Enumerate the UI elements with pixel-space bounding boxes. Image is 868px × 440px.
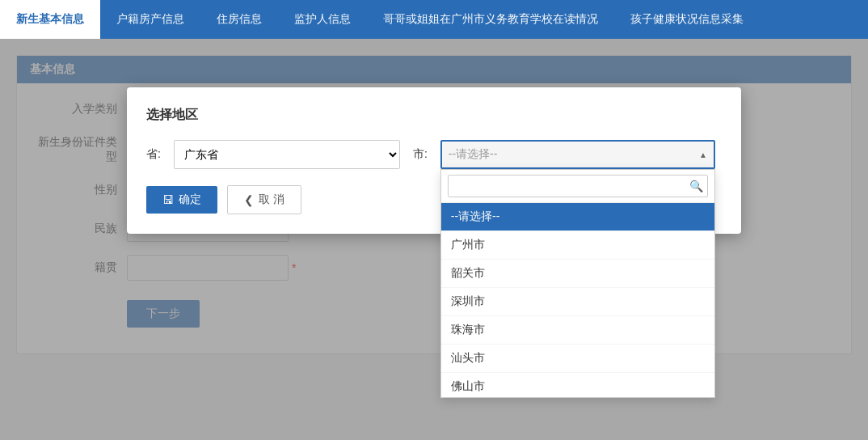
cancel-label: 取 消 <box>259 192 284 207</box>
city-dropdown-wrapper: --请选择-- 🔍 --请选择--广州市韶关市深圳市珠海市汕头市佛山市江门 <box>440 140 715 169</box>
tab-basic-info[interactable]: 新生基本信息 <box>0 0 100 39</box>
city-select-trigger[interactable]: --请选择-- <box>440 140 715 169</box>
city-search-input[interactable] <box>448 175 708 197</box>
city-label: 市: <box>413 147 428 162</box>
city-option[interactable]: 广州市 <box>441 231 714 260</box>
top-nav: 新生基本信息 户籍房产信息 住房信息 监护人信息 哥哥或姐姐在广州市义务教育学校… <box>0 0 868 39</box>
tab-housing[interactable]: 住房信息 <box>200 0 278 39</box>
city-dropdown-panel: 🔍 --请选择--广州市韶关市深圳市珠海市汕头市佛山市江门市湛江市茂名市 <box>440 169 715 398</box>
modal-title: 选择地区 <box>146 107 722 124</box>
city-option[interactable]: --请选择-- <box>441 203 714 231</box>
city-option[interactable]: 韶关市 <box>441 260 714 288</box>
search-icon: 🔍 <box>689 180 703 192</box>
tab-household[interactable]: 户籍房产信息 <box>100 0 200 39</box>
city-option[interactable]: 佛山市 <box>441 373 714 397</box>
confirm-button[interactable]: 🖫 确定 <box>146 186 217 214</box>
city-list: --请选择--广州市韶关市深圳市珠海市汕头市佛山市江门市湛江市茂名市 <box>441 203 714 397</box>
region-selector-row: 省: 广东省 市: --请选择-- 🔍 <box>146 140 722 169</box>
city-option[interactable]: 深圳市 <box>441 288 714 316</box>
city-option[interactable]: 汕头市 <box>441 345 714 373</box>
city-select-value: --请选择-- <box>449 147 498 162</box>
region-modal: 选择地区 省: 广东省 市: --请选择-- <box>127 87 741 234</box>
province-label: 省: <box>146 147 161 162</box>
search-input-wrap: 🔍 <box>448 175 708 197</box>
save-icon: 🖫 <box>162 193 174 206</box>
tab-siblings[interactable]: 哥哥或姐姐在广州市义务教育学校在读情况 <box>367 0 614 39</box>
modal-overlay: 选择地区 省: 广东省 市: --请选择-- <box>0 39 868 440</box>
cancel-button[interactable]: ❮ 取 消 <box>227 185 301 214</box>
tab-guardian[interactable]: 监护人信息 <box>278 0 367 39</box>
main-content: 基本信息 入学类别 * 新生身份证件类型 * 性别 * 民族 汉... <box>0 39 868 440</box>
confirm-label: 确定 <box>179 192 201 207</box>
back-icon: ❮ <box>244 193 254 206</box>
city-search-wrapper: 🔍 <box>441 170 714 203</box>
city-option[interactable]: 珠海市 <box>441 316 714 345</box>
province-select[interactable]: 广东省 <box>174 140 400 169</box>
tab-health[interactable]: 孩子健康状况信息采集 <box>614 0 760 39</box>
